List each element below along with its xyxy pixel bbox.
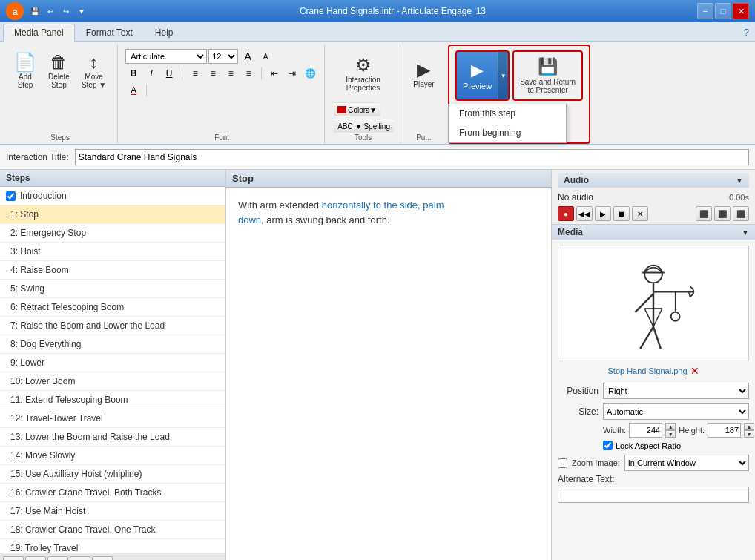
width-up-btn[interactable]: ▲ (665, 423, 676, 430)
step-item-2[interactable]: 2: Emergency Stop (0, 224, 225, 243)
media-delete-button[interactable]: ✕ (690, 365, 699, 377)
tools-right-content: Colors▼ ABC ▼ Spelling (334, 99, 394, 134)
step-item-16[interactable]: 16: Crawler Crane Travel, Both Tracks (0, 484, 225, 502)
height-up-btn[interactable]: ▲ (744, 423, 754, 430)
record-button[interactable]: ● (558, 206, 574, 221)
delete-step-footer-btn[interactable]: ✕ (25, 556, 46, 560)
from-this-step-item[interactable]: From this step (449, 104, 566, 123)
align-left-button[interactable]: ≡ (187, 66, 203, 81)
add-step-button[interactable]: 📄 AddStep (9, 46, 42, 96)
audio-header: Audio ▼ (558, 173, 749, 188)
audio-sync-button[interactable]: ⬛ (714, 206, 731, 221)
font-size-select[interactable]: 12 (208, 49, 238, 64)
step-item-7[interactable]: 7: Raise the Boom and Lower the Load (0, 317, 225, 335)
align-right-button[interactable]: ≡ (222, 66, 239, 81)
close-button[interactable]: ✕ (733, 3, 749, 19)
audio-edit-button[interactable]: ⬛ (733, 206, 749, 221)
move-right-btn[interactable]: → (92, 556, 113, 560)
step-item-10[interactable]: 10: Lower Boom (0, 372, 225, 391)
intro-checkbox[interactable] (6, 191, 16, 201)
step-item-5[interactable]: 5: Swing (0, 280, 225, 298)
font-family-select[interactable]: Articulate (125, 49, 207, 64)
interaction-title-input[interactable] (75, 149, 749, 165)
step-item-12[interactable]: 12: Travel-Tower Travel (0, 409, 225, 428)
move-step-button[interactable]: ↕ MoveStep ▼ (76, 46, 111, 96)
player-button[interactable]: ▶ Player (408, 49, 439, 99)
step-item-18[interactable]: 18: Crawler Crane Travel, One Track (0, 521, 225, 539)
alt-text-input[interactable] (558, 487, 749, 503)
decrease-indent-button[interactable]: ⇤ (266, 66, 283, 81)
lock-aspect-checkbox[interactable] (603, 441, 613, 450)
maximize-button[interactable]: □ (715, 3, 731, 19)
rewind-button[interactable]: ◀◀ (576, 206, 593, 221)
stop-button[interactable]: ⏹ (613, 206, 630, 221)
move-down-btn[interactable]: ↓ (70, 556, 90, 560)
step-item-4[interactable]: 4: Raise Boom (0, 261, 225, 280)
step-1-label: 1: Stop (10, 209, 39, 220)
step-item-13[interactable]: 13: Lower the Boom and Raise the Load (0, 428, 225, 447)
preview-main-button[interactable]: ▶ Preview (457, 52, 498, 99)
media-collapse-arrow[interactable]: ▼ (742, 228, 749, 237)
preview-dropdown-arrow[interactable]: ▼ (498, 52, 508, 99)
align-center-button[interactable]: ≡ (205, 66, 221, 81)
help-icon[interactable]: ? (738, 24, 755, 41)
tab-format-text[interactable]: Format Text (75, 24, 144, 41)
colors-button[interactable]: Colors▼ (334, 102, 380, 117)
italic-button[interactable]: I (143, 66, 159, 81)
delete-step-label: DeleteStep (48, 73, 70, 89)
underline-button[interactable]: U (161, 66, 177, 81)
from-beginning-item[interactable]: From beginning (449, 123, 566, 142)
increase-indent-button[interactable]: ⇥ (284, 66, 300, 81)
audio-import-button[interactable]: ⬛ (696, 206, 712, 221)
audio-collapse-arrow[interactable]: ▼ (736, 177, 743, 185)
step-item-introduction[interactable]: Introduction (0, 187, 225, 205)
minimize-button[interactable]: − (697, 3, 713, 19)
add-step-footer-btn[interactable]: ➕ (3, 556, 24, 560)
step-item-19[interactable]: 19: Trolley Travel (0, 539, 225, 553)
no-audio-label: No audio (558, 192, 593, 202)
interaction-properties-button[interactable]: ⚙ InteractionProperties (340, 49, 386, 99)
qa-redo[interactable]: ↪ (59, 4, 73, 18)
spelling-button[interactable]: ABC ▼ Spelling (334, 119, 394, 134)
steps-footer: ➕ ✕ ↑ ↓ → (0, 553, 225, 560)
size-select[interactable]: Automatic Custom (603, 403, 749, 420)
step-item-6[interactable]: 6: Retract Telescoping Boom (0, 298, 225, 317)
step-item-8[interactable]: 8: Dog Everything (0, 335, 225, 354)
bold-button[interactable]: B (125, 66, 142, 81)
font-grow-button[interactable]: A (240, 49, 256, 64)
step-5-label: 5: Swing (10, 283, 44, 294)
align-justify-button[interactable]: ≡ (240, 66, 257, 81)
delete-step-button[interactable]: 🗑 DeleteStep (43, 46, 75, 96)
hyperlink-button[interactable]: 🌐 (302, 66, 318, 81)
zoom-select[interactable]: In Current Window New Window (624, 455, 749, 471)
font-color-button[interactable]: A (125, 83, 142, 98)
step-item-17[interactable]: 17: Use Main Hoist (0, 502, 225, 521)
publish-group-label: Pu... (408, 134, 440, 144)
step-item-15[interactable]: 15: Use Auxilliary Hoist (whipline) (0, 465, 225, 484)
step-item-1[interactable]: 1: Stop (0, 205, 225, 224)
font-shrink-button[interactable]: A (257, 49, 274, 64)
zoom-checkbox[interactable] (558, 458, 567, 468)
step-item-9[interactable]: 9: Lower (0, 354, 225, 372)
step-item-14[interactable]: 14: Move Slowly (0, 447, 225, 465)
position-select[interactable]: Right Left Center (603, 383, 749, 399)
height-input[interactable] (708, 423, 741, 438)
width-down-btn[interactable]: ▼ (665, 430, 676, 438)
height-spinner: ▲ ▼ (744, 423, 754, 438)
width-input[interactable] (629, 423, 662, 438)
qa-save[interactable]: 💾 (28, 4, 42, 18)
media-image-svg (558, 246, 748, 360)
height-down-btn[interactable]: ▼ (744, 430, 754, 438)
qa-more[interactable]: ▼ (75, 4, 88, 18)
step-item-11[interactable]: 11: Extend Telescoping Boom (0, 391, 225, 409)
tab-media-panel[interactable]: Media Panel (3, 24, 75, 42)
qa-undo[interactable]: ↩ (44, 4, 57, 18)
move-up-btn[interactable]: ↑ (47, 556, 68, 560)
tab-help[interactable]: Help (144, 24, 185, 41)
play-button[interactable]: ▶ (595, 206, 611, 221)
delete-audio-button[interactable]: ✕ (632, 206, 648, 221)
title-bar-left: a 💾 ↩ ↪ ▼ (6, 2, 88, 20)
save-return-button[interactable]: 💾 Save and Returnto Presenter (512, 50, 583, 101)
step-item-3[interactable]: 3: Hoist (0, 243, 225, 261)
content-body[interactable]: With arm extended horizontally to the si… (226, 188, 551, 560)
